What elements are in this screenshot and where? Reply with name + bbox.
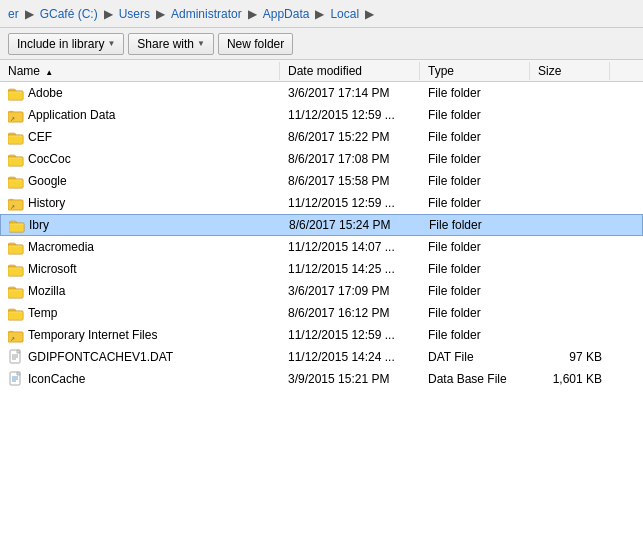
address-gcafe[interactable]: GCafé (C:) (40, 7, 98, 21)
file-name-cell: ↗ History (0, 195, 280, 211)
svg-rect-31 (8, 291, 23, 298)
file-name-cell: Macromedia (0, 239, 280, 255)
file-name: IconCache (28, 372, 272, 386)
file-name: GDIPFONTCACHEV1.DAT (28, 350, 272, 364)
file-date: 8/6/2017 15:58 PM (280, 173, 420, 189)
file-name: Temp (28, 306, 272, 320)
file-date: 3/6/2017 17:14 PM (280, 85, 420, 101)
col-header-size[interactable]: Size (530, 62, 610, 80)
folder-icon (8, 152, 24, 166)
file-type: File folder (420, 85, 530, 101)
file-name: Google (28, 174, 272, 188)
file-type: File folder (420, 283, 530, 299)
folder-icon (8, 174, 24, 188)
folder-icon: ↗ (8, 196, 24, 210)
svg-rect-28 (8, 269, 23, 276)
address-appdata[interactable]: AppData (263, 7, 310, 21)
file-date: 8/6/2017 16:12 PM (280, 305, 420, 321)
file-size (530, 290, 610, 292)
table-row[interactable]: CEF 8/6/2017 15:22 PM File folder (0, 126, 643, 148)
svg-rect-34 (8, 313, 23, 320)
folder-icon (8, 240, 24, 254)
include-library-label: Include in library (17, 37, 104, 51)
file-type: File folder (420, 239, 530, 255)
file-size: 97 KB (530, 349, 610, 365)
file-date: 11/12/2015 14:24 ... (280, 349, 420, 365)
file-type: File folder (420, 327, 530, 343)
table-row[interactable]: Temp 8/6/2017 16:12 PM File folder (0, 302, 643, 324)
file-name: CEF (28, 130, 272, 144)
svg-text:↗: ↗ (10, 116, 15, 122)
file-name-cell: IconCache (0, 370, 280, 388)
include-library-arrow: ▼ (107, 39, 115, 48)
file-type: File folder (420, 173, 530, 189)
svg-rect-12 (8, 159, 23, 166)
svg-text:↗: ↗ (10, 336, 15, 342)
address-users[interactable]: Users (119, 7, 150, 21)
file-date: 3/6/2017 17:09 PM (280, 283, 420, 299)
file-name-cell: Adobe (0, 85, 280, 101)
file-date: 8/6/2017 17:08 PM (280, 151, 420, 167)
svg-rect-9 (8, 137, 23, 144)
file-size (530, 136, 610, 138)
file-name-cell: Temp (0, 305, 280, 321)
file-type: File folder (421, 217, 531, 233)
table-row[interactable]: CocCoc 8/6/2017 17:08 PM File folder (0, 148, 643, 170)
table-row[interactable]: ↗ Application Data 11/12/2015 12:59 ... … (0, 104, 643, 126)
file-size: 1,601 KB (530, 371, 610, 387)
include-in-library-button[interactable]: Include in library ▼ (8, 33, 124, 55)
file-type: File folder (420, 129, 530, 145)
table-row[interactable]: ↗ Temporary Internet Files 11/12/2015 12… (0, 324, 643, 346)
file-name: Application Data (28, 108, 272, 122)
folder-icon: ↗ (8, 108, 24, 122)
table-row[interactable]: ↗ History 11/12/2015 12:59 ... File fold… (0, 192, 643, 214)
sort-arrow: ▲ (45, 68, 53, 77)
table-row[interactable]: GDIPFONTCACHEV1.DAT 11/12/2015 14:24 ...… (0, 346, 643, 368)
file-type: File folder (420, 261, 530, 277)
col-header-date[interactable]: Date modified (280, 62, 420, 80)
folder-icon (8, 262, 24, 276)
file-size (530, 114, 610, 116)
file-size (530, 334, 610, 336)
svg-rect-22 (9, 225, 24, 232)
table-row[interactable]: Adobe 3/6/2017 17:14 PM File folder (0, 82, 643, 104)
file-type: Data Base File (420, 371, 530, 387)
folder-icon: ↗ (8, 328, 24, 342)
table-row[interactable]: Macromedia 11/12/2015 14:07 ... File fol… (0, 236, 643, 258)
file-name: History (28, 196, 272, 210)
file-date: 11/12/2015 14:25 ... (280, 261, 420, 277)
new-folder-button[interactable]: New folder (218, 33, 293, 55)
file-name: CocCoc (28, 152, 272, 166)
file-type: File folder (420, 305, 530, 321)
share-with-button[interactable]: Share with ▼ (128, 33, 214, 55)
address-local[interactable]: Local (330, 7, 359, 21)
table-row[interactable]: Microsoft 11/12/2015 14:25 ... File fold… (0, 258, 643, 280)
file-name-cell: ↗ Application Data (0, 107, 280, 123)
svg-text:↗: ↗ (10, 204, 15, 210)
file-date: 11/12/2015 12:59 ... (280, 107, 420, 123)
file-name: Adobe (28, 86, 272, 100)
file-type: File folder (420, 195, 530, 211)
file-list: Adobe 3/6/2017 17:14 PM File folder ↗ Ap… (0, 82, 643, 536)
file-date: 8/6/2017 15:24 PM (281, 217, 421, 233)
file-size (530, 92, 610, 94)
svg-rect-2 (8, 93, 23, 100)
svg-rect-15 (8, 181, 23, 188)
file-name-cell: Microsoft (0, 261, 280, 277)
folder-icon (8, 86, 24, 100)
folder-icon (9, 218, 25, 232)
file-size (530, 312, 610, 314)
db-file-icon (8, 371, 24, 387)
col-header-type[interactable]: Type (420, 62, 530, 80)
file-type: File folder (420, 151, 530, 167)
dat-file-icon (8, 349, 24, 365)
file-name-cell: CEF (0, 129, 280, 145)
table-row[interactable]: Google 8/6/2017 15:58 PM File folder (0, 170, 643, 192)
table-row[interactable]: IconCache 3/9/2015 15:21 PM Data Base Fi… (0, 368, 643, 390)
col-header-name[interactable]: Name ▲ (0, 62, 280, 80)
table-row[interactable]: Mozilla 3/6/2017 17:09 PM File folder (0, 280, 643, 302)
file-size (530, 158, 610, 160)
table-row[interactable]: Ibry 8/6/2017 15:24 PM File folder (0, 214, 643, 236)
file-date: 8/6/2017 15:22 PM (280, 129, 420, 145)
address-administrator[interactable]: Administrator (171, 7, 242, 21)
